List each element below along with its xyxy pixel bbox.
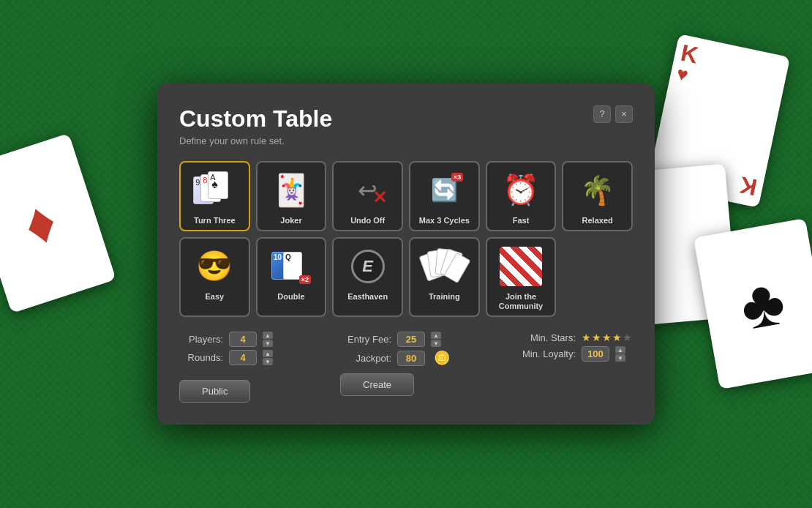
option-easthaven[interactable]: E Easthaven [332,237,403,317]
min-stars-row: Min. Stars: ★★★★★ [517,332,633,343]
modal-title-section: Custom Table Define your own rule set. [179,105,332,146]
undo-off-icon: ↩ ✕ [346,168,390,212]
entry-fee-spinner: ▲ ▼ [431,332,441,347]
loyalty-spinner: ▲ ▼ [615,346,625,362]
players-value: 4 [229,332,257,347]
rounds-up[interactable]: ▲ [263,350,273,357]
fast-icon: ⏰ [499,168,543,212]
min-loyalty-row: Min. Loyalty: 100 ▲ ▼ [517,346,633,362]
close-button[interactable]: × [615,105,633,123]
max-3-cycles-label: Max 3 Cycles [419,216,470,225]
stars-display: ★★★★★ [582,332,633,343]
modal-controls: ? × [593,105,633,123]
relaxed-label: Relaxed [582,216,613,225]
players-spinner: ▲ ▼ [263,332,273,347]
community-label: Join the Community [490,292,552,311]
bg-card-king: K ♥ K [647,34,790,208]
option-max-3-cycles[interactable]: 🔄 ×3 Max 3 Cycles [409,161,480,231]
double-label: Double [277,292,304,302]
undo-off-label: Undo Off [350,216,385,225]
entry-fee-value: 25 [397,332,425,347]
option-easy[interactable]: 😎 Easy [179,237,250,317]
easy-label: Easy [205,292,224,302]
chip-icon: 🪙 [434,350,450,366]
entry-fee-label: Entry Fee: [340,334,391,345]
loyalty-up[interactable]: ▲ [615,346,625,354]
training-icon [422,244,466,288]
easthaven-label: Easthaven [347,292,388,302]
entry-fee-down[interactable]: ▼ [431,340,441,347]
easy-icon: 😎 [192,244,236,288]
option-double[interactable]: 10 Q ×2 Double [256,237,327,317]
help-button[interactable]: ? [593,105,611,123]
option-fast[interactable]: ⏰ Fast [486,161,557,231]
min-loyalty-label: Min. Loyalty: [517,348,576,359]
jackpot-row: Jackpot: 80 🪙 [340,350,450,366]
joker-label: Joker [280,216,301,225]
players-label: Players: [179,334,223,345]
bg-card-clubs: ♣ [693,218,812,389]
option-undo-off[interactable]: ↩ ✕ Undo Off [332,161,403,231]
rounds-label: Rounds: [179,352,223,363]
players-down[interactable]: ▼ [263,340,273,347]
training-label: Training [429,292,460,302]
entry-fee-up[interactable]: ▲ [431,332,441,339]
custom-table-modal: Custom Table Define your own rule set. ?… [157,83,655,425]
options-grid: 9 8 ♠ A Turn Three 🃏 Joker [179,161,633,318]
center-fields: Entry Fee: 25 ▲ ▼ Jackpot: 80 🪙 Create [340,332,450,396]
loyalty-down[interactable]: ▼ [615,354,625,362]
option-turn-three[interactable]: 9 8 ♠ A Turn Three [179,161,250,231]
players-row: Players: 4 ▲ ▼ [179,332,273,347]
jackpot-value: 80 [397,351,425,366]
bottom-section: Players: 4 ▲ ▼ Rounds: 4 ▲ ▼ Public [179,332,633,403]
modal-header: Custom Table Define your own rule set. ?… [179,105,633,146]
rounds-down[interactable]: ▼ [263,358,273,365]
min-loyalty-value: 100 [582,346,609,362]
joker-icon: 🃏 [269,168,313,212]
fast-label: Fast [513,216,530,225]
rounds-value: 4 [229,350,257,365]
right-fields: Min. Stars: ★★★★★ Min. Loyalty: 100 ▲ ▼ [517,332,633,362]
turn-three-icon: 9 8 ♠ A [192,168,236,212]
entry-fee-row: Entry Fee: 25 ▲ ▼ [340,332,441,347]
max-3-cycles-icon: 🔄 ×3 [422,168,466,212]
rounds-spinner: ▲ ▼ [263,350,273,365]
double-icon: 10 Q ×2 [269,244,313,288]
modal-title: Custom Table [179,105,332,132]
option-community[interactable]: Join the Community [486,237,557,317]
option-training[interactable]: Training [409,237,480,317]
create-button[interactable]: Create [340,373,414,396]
modal-subtitle: Define your own rule set. [179,135,332,146]
public-button[interactable]: Public [179,380,250,403]
left-fields: Players: 4 ▲ ▼ Rounds: 4 ▲ ▼ Public [179,332,273,403]
easthaven-icon: E [346,244,390,288]
bg-card-ace: A ♦ ♦ [0,133,116,313]
relaxed-icon: 🌴 [576,168,620,212]
players-up[interactable]: ▲ [263,332,273,339]
turn-three-label: Turn Three [194,216,236,225]
option-joker[interactable]: 🃏 Joker [256,161,327,231]
jackpot-label: Jackpot: [340,353,391,364]
rounds-row: Rounds: 4 ▲ ▼ [179,350,273,365]
community-icon [499,244,543,288]
option-relaxed[interactable]: 🌴 Relaxed [562,161,633,231]
min-stars-label: Min. Stars: [517,332,576,343]
